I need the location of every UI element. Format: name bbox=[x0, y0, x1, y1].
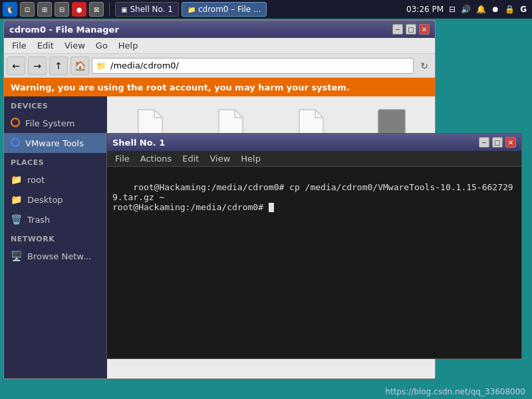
taskbar-clock: 03:26 PM bbox=[406, 5, 444, 14]
file-manager-close-btn[interactable]: ✕ bbox=[419, 24, 430, 35]
terminal-minimize-btn[interactable]: − bbox=[479, 137, 489, 148]
terminal-window-controls: − □ ✕ bbox=[479, 137, 516, 148]
file-manager-maximize-btn[interactable]: □ bbox=[406, 24, 416, 35]
terminal-line2: root@Hackaming:/media/cdrom0# bbox=[112, 202, 269, 212]
fm-menu-view[interactable]: View bbox=[59, 39, 90, 52]
sidebar-item-trash[interactable]: 🗑️ Trash bbox=[4, 209, 107, 229]
sidebar: DEVICES File System VMware Tools PLACES … bbox=[4, 96, 107, 378]
back-button[interactable]: ← bbox=[7, 57, 25, 75]
taskbar-shell-btn[interactable]: ▣ Shell No. 1 bbox=[115, 2, 179, 17]
fm-menu-go[interactable]: Go bbox=[90, 39, 113, 52]
terminal-menu-file[interactable]: File bbox=[110, 152, 135, 165]
terminal-menubar: File Actions Edit View Help bbox=[107, 151, 521, 167]
taskbar-volume-icon[interactable]: 🔊 bbox=[461, 5, 471, 14]
file-manager-menubar: File Edit View Go Help bbox=[4, 38, 435, 54]
terminal-window: Shell No. 1 − □ ✕ File Actions Edit View… bbox=[106, 133, 522, 359]
terminal-title: Shell No. 1 bbox=[112, 138, 479, 148]
fm-menu-file[interactable]: File bbox=[7, 39, 32, 52]
terminal-menu-edit[interactable]: Edit bbox=[177, 152, 204, 165]
network-icon: 🖥️ bbox=[11, 251, 22, 261]
status-url: https://blog.csdn.net/qq_33608000 bbox=[385, 387, 525, 396]
sidebar-item-network-label: Browse Netw... bbox=[27, 251, 91, 261]
taskbar-app-icon-5[interactable]: ● bbox=[72, 2, 86, 17]
warning-text: Warning, you are using the root account,… bbox=[11, 82, 350, 92]
sidebar-item-filesystem-label: File System bbox=[25, 118, 74, 128]
path-text: /media/cdrom0/ bbox=[110, 61, 179, 70]
terminal-titlebar: Shell No. 1 − □ ✕ bbox=[107, 134, 521, 151]
vmwaretools-icon bbox=[11, 138, 20, 149]
sidebar-item-trash-label: Trash bbox=[27, 215, 50, 225]
taskbar-right: 03:26 PM ⊟ 🔊 🔔 ⏺ 🔒 G bbox=[406, 5, 532, 14]
taskbar-record-icon: ⏺ bbox=[491, 5, 499, 14]
terminal-maximize-btn[interactable]: □ bbox=[492, 137, 503, 148]
taskbar: 🐧 ⊡ ⊞ ⊟ ● ⊠ ▣ Shell No. 1 📁 cdrom0 – Fil… bbox=[0, 0, 532, 19]
home-button[interactable]: 🏠 bbox=[70, 57, 89, 75]
file-manager-toolbar: ← → ↑ 🏠 📁 /media/cdrom0/ ↻ bbox=[4, 54, 435, 78]
root-folder-icon: 📁 bbox=[11, 174, 22, 185]
sidebar-section-network: NETWORK bbox=[4, 229, 107, 246]
up-button[interactable]: ↑ bbox=[49, 57, 68, 75]
taskbar-app-icon-3[interactable]: ⊞ bbox=[37, 2, 52, 17]
taskbar-app-icon-2[interactable]: ⊡ bbox=[20, 2, 35, 17]
file-manager-titlebar: cdrom0 - File Manager − □ ✕ bbox=[4, 21, 435, 38]
taskbar-g-icon[interactable]: G bbox=[520, 5, 527, 14]
sidebar-item-vmwaretools-label: VMware Tools bbox=[25, 138, 84, 148]
terminal-line1: root@Hackaming:/media/cdrom0# cp /media/… bbox=[112, 182, 513, 202]
taskbar-file-btn[interactable]: 📁 cdrom0 – File ... bbox=[182, 2, 267, 17]
terminal-close-btn[interactable]: ✕ bbox=[505, 137, 516, 148]
forward-button[interactable]: → bbox=[28, 57, 47, 75]
fm-menu-edit[interactable]: Edit bbox=[32, 39, 59, 52]
desktop-folder-icon: 📁 bbox=[11, 194, 22, 205]
sidebar-item-root[interactable]: 📁 root bbox=[4, 170, 107, 190]
taskbar-left: 🐧 ⊡ ⊞ ⊟ ● ⊠ ▣ Shell No. 1 📁 cdrom0 – Fil… bbox=[0, 2, 267, 17]
sidebar-item-filesystem[interactable]: File System bbox=[4, 113, 107, 133]
sidebar-item-vmwaretools[interactable]: VMware Tools bbox=[4, 133, 107, 153]
file-manager-window-controls: − □ ✕ bbox=[392, 24, 430, 35]
sidebar-item-browse-network[interactable]: 🖥️ Browse Netw... bbox=[4, 246, 107, 266]
taskbar-app-icon-1[interactable]: 🐧 bbox=[3, 2, 17, 17]
status-bar: https://blog.csdn.net/qq_33608000 bbox=[0, 384, 532, 399]
fm-menu-help[interactable]: Help bbox=[113, 39, 144, 52]
taskbar-lock-icon[interactable]: 🔒 bbox=[505, 5, 515, 14]
refresh-button[interactable]: ↻ bbox=[416, 58, 432, 74]
terminal-menu-actions[interactable]: Actions bbox=[135, 152, 178, 165]
terminal-cursor bbox=[269, 203, 274, 212]
trash-icon: 🗑️ bbox=[11, 214, 22, 225]
taskbar-app-icon-4[interactable]: ⊟ bbox=[55, 2, 69, 17]
file-manager-title: cdrom0 - File Manager bbox=[9, 25, 392, 35]
sidebar-item-desktop-label: Desktop bbox=[27, 195, 63, 205]
filesystem-icon bbox=[11, 118, 20, 129]
sidebar-item-root-label: root bbox=[27, 175, 45, 185]
taskbar-monitor-icon: ⊟ bbox=[449, 5, 456, 14]
sidebar-section-places: PLACES bbox=[4, 153, 107, 170]
taskbar-app-icon-6[interactable]: ⊠ bbox=[89, 2, 104, 17]
file-manager-minimize-btn[interactable]: − bbox=[392, 24, 403, 35]
taskbar-notification-icon[interactable]: 🔔 bbox=[476, 5, 486, 14]
path-icon: 📁 bbox=[96, 61, 106, 70]
terminal-content[interactable]: root@Hackaming:/media/cdrom0# cp /media/… bbox=[107, 167, 521, 358]
sidebar-item-desktop[interactable]: 📁 Desktop bbox=[4, 190, 107, 209]
terminal-menu-view[interactable]: View bbox=[204, 152, 235, 165]
sidebar-section-devices: DEVICES bbox=[4, 96, 107, 113]
terminal-menu-help[interactable]: Help bbox=[235, 152, 266, 165]
path-bar[interactable]: 📁 /media/cdrom0/ bbox=[92, 58, 414, 74]
warning-bar: Warning, you are using the root account,… bbox=[4, 78, 435, 96]
